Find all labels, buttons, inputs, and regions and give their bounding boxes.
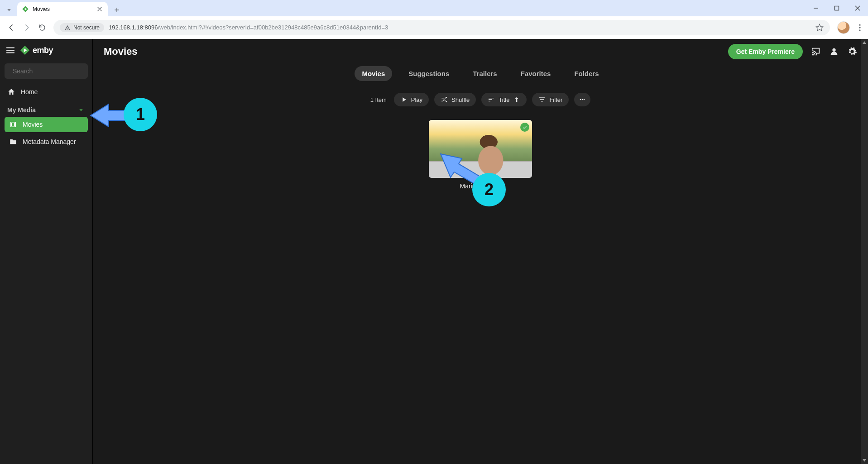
- tab-trailers[interactable]: Trailers: [465, 66, 504, 81]
- movie-thumbnail[interactable]: [429, 120, 532, 178]
- sidebar-section-label: My Media: [7, 106, 36, 114]
- sidebar-item-movies[interactable]: Movies: [5, 117, 88, 132]
- sidebar-item-label: Movies: [23, 121, 43, 128]
- search-input[interactable]: [13, 67, 92, 75]
- get-premiere-button[interactable]: Get Emby Premiere: [728, 44, 803, 59]
- brand-logo[interactable]: emby: [20, 45, 53, 55]
- main-header: Movies Get Emby Premiere: [93, 39, 868, 64]
- reload-icon: [38, 24, 46, 32]
- svg-point-9: [582, 99, 583, 100]
- sort-icon: [488, 96, 495, 103]
- item-count: 1 Item: [370, 96, 387, 103]
- window-controls: [806, 0, 868, 16]
- tab-favorites[interactable]: Favorites: [513, 66, 558, 81]
- nav-reload[interactable]: [34, 20, 50, 35]
- shuffle-button[interactable]: Shuffle: [434, 93, 476, 106]
- close-icon[interactable]: [96, 5, 103, 13]
- arrow-right-icon: [23, 24, 31, 32]
- sidebar-item-label: Metadata Manager: [23, 138, 76, 145]
- filter-button[interactable]: Filter: [532, 93, 569, 106]
- main: Movies Get Emby Premiere Movies Suggesti…: [93, 39, 868, 464]
- window-minimize[interactable]: [806, 1, 826, 15]
- vertical-scrollbar[interactable]: [861, 39, 868, 464]
- sidebar: emby Home My Media Movies Metadata Manag…: [0, 39, 93, 464]
- home-icon: [7, 88, 15, 96]
- tab-folders[interactable]: Folders: [567, 66, 606, 81]
- scroll-up-icon[interactable]: [862, 40, 867, 45]
- kebab-menu-icon[interactable]: [855, 23, 864, 32]
- sidebar-item-label: Home: [21, 88, 38, 96]
- tab-suggestions[interactable]: Suggestions: [401, 66, 456, 81]
- arrow-up-icon: [513, 96, 520, 103]
- warning-icon: [64, 24, 71, 31]
- brand-text: emby: [33, 46, 53, 55]
- tab-strip: Movies: [0, 0, 868, 16]
- movie-icon: [9, 120, 17, 129]
- sidebar-header: emby: [0, 39, 92, 62]
- address-bar: Not secure 192.168.1.18:8096/web/index.h…: [0, 16, 868, 39]
- movie-title: Marius hosting: [429, 182, 532, 190]
- check-icon: [522, 124, 528, 130]
- tab-movies[interactable]: Movies: [355, 66, 392, 81]
- menu-icon[interactable]: [5, 45, 15, 55]
- security-chip[interactable]: Not secure: [60, 23, 104, 32]
- svg-rect-2: [835, 6, 839, 10]
- watched-badge: [520, 123, 529, 132]
- cast-icon[interactable]: [811, 47, 821, 57]
- browser-tab-active[interactable]: Movies: [17, 2, 108, 16]
- header-right: Get Emby Premiere: [728, 44, 857, 59]
- svg-point-8: [580, 99, 581, 100]
- folder-icon: [9, 138, 17, 146]
- more-horizontal-icon: [579, 96, 586, 103]
- svg-point-5: [859, 29, 860, 31]
- arrow-left-icon: [7, 24, 15, 32]
- svg-point-3: [859, 24, 860, 25]
- play-all-button[interactable]: Play: [394, 93, 429, 106]
- sidebar-section-mymedia[interactable]: My Media: [0, 102, 92, 116]
- nav-forward[interactable]: [19, 20, 34, 35]
- gear-icon[interactable]: [847, 47, 857, 57]
- window-maximize[interactable]: [826, 1, 847, 15]
- nav-back[interactable]: [4, 20, 19, 35]
- omnibox[interactable]: Not secure 192.168.1.18:8096/web/index.h…: [53, 20, 830, 35]
- content-grid: Marius hosting: [93, 120, 868, 190]
- scroll-down-icon[interactable]: [862, 458, 867, 463]
- chevron-down-icon: [5, 6, 13, 14]
- list-toolbar: 1 Item Play Shuffle Title Filter: [93, 93, 868, 106]
- svg-point-10: [584, 99, 585, 100]
- app-root: emby Home My Media Movies Metadata Manag…: [0, 39, 868, 464]
- security-label: Not secure: [73, 24, 100, 31]
- play-icon: [400, 96, 408, 103]
- sidebar-item-home[interactable]: Home: [0, 84, 92, 100]
- movie-card[interactable]: Marius hosting: [429, 120, 532, 190]
- sort-button[interactable]: Title: [481, 93, 527, 106]
- new-tab-button[interactable]: [110, 4, 123, 16]
- page-title: Movies: [104, 46, 138, 57]
- browser-right-controls: [834, 21, 864, 34]
- plus-icon: [113, 6, 120, 14]
- window-close[interactable]: [847, 1, 868, 15]
- browser-chrome: Movies Not secure 192.168.1.18:8096/web/…: [0, 0, 868, 39]
- url-text: 192.168.1.18:8096/web/index.html?#!/vide…: [109, 24, 811, 31]
- sidebar-item-metadata-manager[interactable]: Metadata Manager: [5, 134, 88, 149]
- profile-avatar[interactable]: [837, 21, 850, 34]
- browser-tab-title: Movies: [33, 6, 92, 12]
- chevron-down-icon: [77, 106, 85, 114]
- view-tabs: Movies Suggestions Trailers Favorites Fo…: [93, 66, 868, 81]
- tab-list-dropdown[interactable]: [3, 4, 15, 16]
- bookmark-star-icon[interactable]: [815, 24, 824, 32]
- emby-favicon-icon: [22, 5, 29, 13]
- svg-point-4: [859, 27, 860, 28]
- emby-logo-icon: [20, 45, 30, 55]
- user-icon[interactable]: [829, 47, 839, 57]
- sidebar-search[interactable]: [5, 63, 88, 79]
- shuffle-icon: [441, 96, 448, 103]
- more-button[interactable]: [574, 93, 590, 106]
- filter-icon: [538, 96, 546, 103]
